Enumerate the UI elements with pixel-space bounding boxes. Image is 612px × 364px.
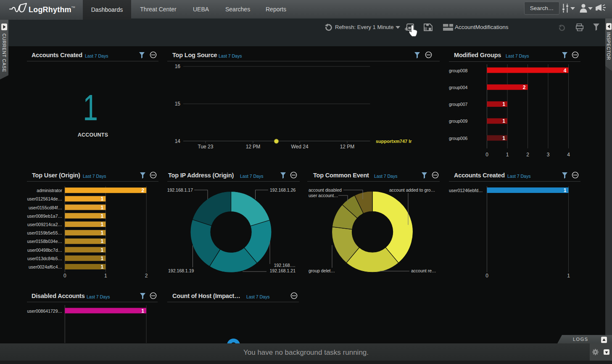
svg-text:account disabled: account disabled [309,187,342,193]
svg-text:supportxm747 lr: supportxm747 lr [376,139,412,144]
svg-text:12 PM: 12 PM [246,144,261,150]
svg-text:user0158b034e…: user0158b034e… [27,239,62,244]
svg-text:3: 3 [547,152,550,158]
svg-text:4: 4 [567,152,570,158]
svg-text:192.168.1.19: 192.168.1.19 [168,268,194,273]
svg-text:15: 15 [175,101,181,107]
svg-text:user00498bc7d…: user00498bc7d… [27,248,62,253]
svg-text:1: 1 [101,222,104,227]
svg-text:user0159b5e55…: user0159b5e55… [27,230,62,235]
svg-text:0: 0 [63,273,66,279]
svg-text:2: 2 [526,152,529,158]
svg-text:192.168.1.26: 192.168.1.26 [270,187,295,193]
svg-text:Tue 23: Tue 23 [198,144,214,150]
svg-text:0: 0 [485,152,488,158]
svg-text:2: 2 [145,273,148,279]
svg-text:192.168.1.21: 192.168.1.21 [270,268,295,273]
svg-text:group delet…: group delet… [309,268,335,273]
svg-text:1: 1 [502,101,505,107]
svg-text:user0089eb1a7…: user0089eb1a7… [27,214,62,219]
svg-text:user0155cd84f…: user0155cd84f… [29,205,62,210]
svg-text:192.168.1.17: 192.168.1.17 [167,187,193,193]
svg-text:1: 1 [104,273,107,279]
svg-text:administrator: administrator [37,188,62,193]
svg-text:1: 1 [506,152,509,158]
svg-text:1: 1 [101,256,104,261]
svg-text:group009: group009 [449,119,468,124]
svg-text:group007: group007 [449,102,468,107]
svg-text:user013dc84b5…: user013dc84b5… [27,256,62,261]
svg-text:Wed 24: Wed 24 [291,144,308,150]
svg-text:1: 1 [502,135,505,141]
svg-text:1: 1 [101,196,104,202]
svg-text:192.168.…: 192.168.… [274,263,295,268]
svg-text:account added to gro…: account added to gro… [389,187,435,193]
svg-text:1: 1 [564,187,567,193]
svg-text:user account…: user account… [309,193,338,198]
svg-text:14: 14 [175,138,181,144]
svg-text:1: 1 [101,264,104,270]
svg-text:1: 1 [502,118,505,124]
svg-text:user0024af6c4…: user0024af6c4… [29,264,62,269]
svg-text:user008641729…: user008641729… [27,309,62,314]
svg-text:group004: group004 [449,85,468,90]
svg-text:user01246ebfd…: user01246ebfd… [449,188,483,193]
svg-text:16: 16 [175,63,181,69]
svg-text:user009214ca2…: user009214ca2… [27,222,62,227]
svg-text:1: 1 [101,238,104,244]
svg-text:1: 1 [101,230,104,236]
svg-text:1: 1 [141,308,144,314]
svg-text:2: 2 [523,84,526,90]
svg-text:12 PM: 12 PM [340,144,355,150]
svg-text:group006: group006 [449,136,468,141]
svg-text:user0125614de…: user0125614de… [27,196,62,201]
svg-text:1: 1 [101,247,104,253]
svg-text:account re…: account re… [411,268,436,273]
svg-text:group008: group008 [449,68,468,73]
svg-text:4: 4 [564,68,567,74]
svg-text:1: 1 [101,213,104,219]
svg-text:1: 1 [567,273,570,279]
svg-text:0: 0 [485,273,488,279]
svg-text:2: 2 [142,187,145,193]
svg-text:1: 1 [101,205,104,211]
